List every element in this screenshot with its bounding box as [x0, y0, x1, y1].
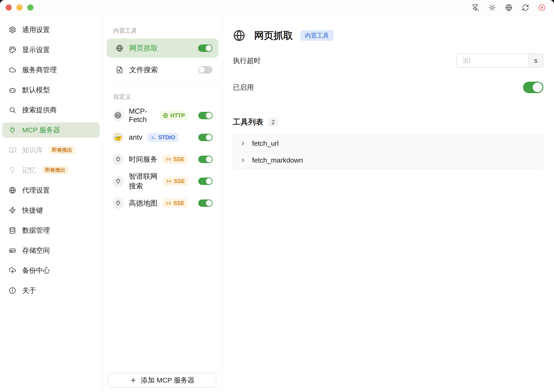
server-enabled-switch[interactable]: [198, 134, 213, 141]
enabled-row: 已启用: [233, 75, 543, 100]
custom-server-item[interactable]: 🤕antvSTDIO: [103, 126, 222, 148]
sidebar-item-cloud[interactable]: 服务商管理: [2, 62, 100, 77]
titlebar: [0, 0, 554, 15]
drive-icon: [9, 247, 16, 254]
timeout-input[interactable]: [457, 54, 528, 67]
add-mcp-server-button[interactable]: 添加 MCP 服务器: [108, 373, 216, 388]
transport-badge-sse: SSE: [163, 199, 188, 208]
custom-server-item[interactable]: 智谱联网搜索SSE: [103, 170, 222, 192]
tool-row-fetch_url[interactable]: fetch_url: [233, 135, 543, 152]
transport-label: SSE: [173, 157, 184, 162]
server-enabled-switch[interactable]: [198, 199, 213, 207]
sidebar-item-info[interactable]: 关于: [2, 283, 100, 298]
sidebar-item-search[interactable]: 搜索提供商: [2, 102, 100, 118]
sidebar-item-label: 记忆: [22, 166, 36, 175]
timeout-row: 执行超时 s: [233, 52, 543, 70]
database-icon: [9, 227, 16, 234]
sidebar-item-label: 服务商管理: [22, 65, 57, 75]
radio-icon: [166, 200, 171, 206]
cloud-upload-icon: [9, 267, 16, 274]
minimize-window-button[interactable]: [16, 4, 23, 11]
file-search-icon: [116, 66, 123, 74]
server-enabled-switch[interactable]: [198, 112, 213, 119]
server-name: 网页抓取: [129, 43, 158, 53]
tool-name: fetch_markdown: [252, 156, 303, 164]
sidebar-item-gear[interactable]: 通用设置: [2, 22, 100, 37]
server-name: antv: [129, 133, 142, 142]
server-enabled-switch[interactable]: [198, 66, 212, 74]
info-icon: [9, 287, 16, 294]
server-emoji: 🤕: [114, 134, 122, 141]
switch-knob: [199, 67, 205, 73]
sun-icon[interactable]: [489, 4, 496, 11]
sidebar-item-globe[interactable]: 代理设置: [2, 183, 100, 198]
transport-label: SSE: [173, 200, 184, 206]
builtin-server-list: 网页抓取文件搜索: [103, 39, 222, 80]
server-enabled-switch[interactable]: [198, 178, 213, 185]
chevron-right-icon: [240, 157, 246, 163]
refresh-icon[interactable]: [522, 4, 529, 11]
custom-server-item[interactable]: 时间服务SSE: [103, 148, 222, 170]
search-icon: [9, 106, 16, 114]
globe-icon: [163, 113, 168, 118]
server-avatar: [112, 197, 124, 209]
server-avatar: [112, 154, 124, 165]
tool-row-fetch_markdown[interactable]: fetch_markdown: [233, 152, 543, 168]
custom-server-item[interactable]: 😄MCP-FetchHTTP: [103, 105, 222, 126]
close-window-button[interactable]: [6, 4, 12, 11]
builtin-server-file-search[interactable]: 文件搜索: [107, 60, 218, 80]
palette-icon: [9, 46, 16, 54]
timeout-unit: s: [528, 54, 543, 67]
pin-off-icon[interactable]: [472, 4, 479, 11]
transport-label: HTTP: [170, 113, 185, 118]
transport-label: STDIO: [158, 135, 175, 140]
plug-icon: [115, 178, 121, 184]
switch-knob: [206, 134, 212, 140]
sidebar-item-drive[interactable]: 存储空间: [2, 243, 100, 258]
custom-section-label: 自定义: [113, 93, 222, 101]
sidebar-item-book[interactable]: 知识库即将推出: [2, 142, 100, 158]
tool-name: fetch_url: [252, 140, 279, 147]
cloud-icon: [9, 66, 16, 74]
server-enabled-switch[interactable]: [198, 44, 212, 52]
enabled-label: 已启用: [233, 83, 254, 92]
plus-icon: [130, 377, 137, 384]
mcp-server-list-panel: 内置工具 网页抓取文件搜索 自定义 😄MCP-FetchHTTP🤕antvSTD…: [103, 15, 222, 392]
zoom-window-button[interactable]: [27, 4, 34, 11]
bot-icon: [9, 86, 16, 94]
builtin-section-label: 内置工具: [113, 27, 222, 35]
close-circle-icon[interactable]: [538, 4, 546, 11]
sidebar-item-database[interactable]: 数据管理: [2, 223, 100, 238]
sidebar-item-label: MCP 服务器: [22, 126, 60, 135]
server-name: 文件搜索: [129, 65, 158, 75]
server-avatar: 🤕: [112, 132, 124, 143]
server-enabled-switch[interactable]: [198, 156, 213, 163]
custom-server-item[interactable]: 高德地图SSE: [103, 192, 222, 214]
sidebar-item-bot[interactable]: 默认模型: [2, 82, 100, 98]
sidebar-item-label: 存储空间: [22, 246, 50, 255]
sidebar-item-cloud-upload[interactable]: 备份中心: [2, 263, 100, 278]
sidebar-item-label: 显示设置: [22, 45, 50, 55]
transport-badge-http: HTTP: [159, 111, 188, 120]
sidebar-item-bulb[interactable]: 记忆即将推出: [2, 162, 100, 178]
plug-icon: [115, 156, 121, 162]
tools-header: 工具列表 2: [233, 117, 543, 127]
sidebar-item-zap[interactable]: 快捷键: [2, 203, 100, 218]
coming-soon-badge: 即将推出: [49, 146, 75, 154]
settings-sidebar: 通用设置显示设置服务商管理默认模型搜索提供商MCP 服务器知识库即将推出记忆即将…: [0, 15, 103, 392]
server-name: 智谱联网搜索: [129, 172, 158, 191]
server-name: MCP-Fetch: [129, 107, 154, 124]
sidebar-item-label: 数据管理: [22, 226, 50, 235]
globe-icon[interactable]: [505, 4, 512, 11]
sidebar-item-label: 通用设置: [22, 25, 50, 35]
globe-icon: [233, 29, 245, 42]
sidebar-item-label: 知识库: [22, 146, 43, 155]
switch-knob: [206, 45, 212, 51]
sidebar-item-plug[interactable]: MCP 服务器: [2, 122, 100, 138]
builtin-server-web-scrape[interactable]: 网页抓取: [107, 39, 218, 58]
timeout-input-group: s: [456, 54, 543, 68]
enabled-switch[interactable]: [523, 82, 543, 93]
sidebar-item-palette[interactable]: 显示设置: [2, 42, 100, 57]
tools-title: 工具列表: [233, 117, 263, 127]
server-avatar: [112, 175, 124, 187]
